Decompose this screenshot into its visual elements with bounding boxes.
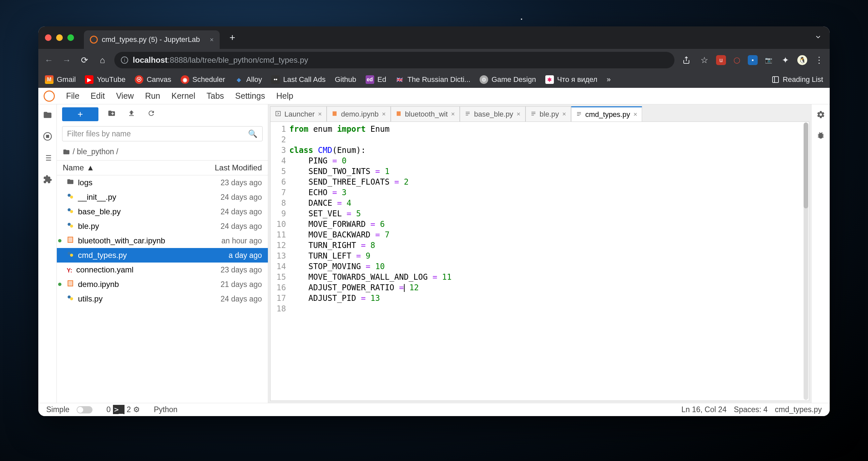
- back-button[interactable]: ←: [43, 54, 55, 66]
- upload-icon[interactable]: [125, 109, 138, 119]
- file-row[interactable]: logs23 days ago: [57, 175, 268, 190]
- close-tab-icon[interactable]: ×: [210, 36, 214, 43]
- refresh-icon[interactable]: [145, 109, 158, 119]
- menu-settings[interactable]: Settings: [235, 91, 265, 101]
- ublock-icon[interactable]: u: [716, 55, 726, 65]
- new-tab-button[interactable]: +: [225, 29, 240, 46]
- close-tab-icon[interactable]: ×: [517, 110, 521, 118]
- reading-list-button[interactable]: Reading List: [772, 75, 823, 84]
- bookmark-lastcall[interactable]: ••Last Call Ads: [271, 75, 326, 84]
- terminal-count[interactable]: 0 >_ 2 ⚙: [106, 405, 140, 414]
- menu-help[interactable]: Help: [276, 91, 293, 101]
- file-row[interactable]: bluetooth_with_car.ipynban hour ago: [57, 234, 268, 248]
- code-editor[interactable]: 123456789101112131415161718 from enum im…: [270, 122, 809, 401]
- col-modified[interactable]: Last Modified: [215, 163, 262, 173]
- bookmark-chto[interactable]: ✱Что я видел: [545, 75, 597, 84]
- simple-mode-label: Simple: [46, 405, 69, 414]
- editor-tab[interactable]: bluetooth_wit×: [391, 106, 460, 122]
- bookmark-gamedesign[interactable]: ⚙Game Design: [479, 75, 536, 84]
- running-terminals-icon[interactable]: [43, 132, 52, 143]
- file-row[interactable]: cmd_types.pya day ago: [57, 248, 268, 263]
- file-name: base_ble.py: [78, 207, 121, 216]
- forward-button[interactable]: →: [61, 54, 73, 66]
- debugger-icon[interactable]: [816, 131, 825, 142]
- bookmark-ed[interactable]: edEd: [366, 75, 386, 84]
- file-row[interactable]: utils.py24 days ago: [57, 291, 268, 306]
- bookmark-scheduler[interactable]: ◉Scheduler: [181, 75, 225, 84]
- kernel-status[interactable]: Python: [154, 405, 178, 414]
- maximize-window-button[interactable]: [67, 34, 74, 41]
- share-icon[interactable]: [680, 54, 692, 66]
- menu-edit[interactable]: Edit: [91, 91, 105, 101]
- browser-menu-icon[interactable]: ⋮: [813, 54, 825, 66]
- file-row[interactable]: demo.ipynb21 days ago: [57, 277, 268, 291]
- bookmark-alloy[interactable]: ◆Alloy: [235, 75, 262, 84]
- extension-icon-2[interactable]: ▪: [748, 55, 758, 65]
- file-row[interactable]: Y:connection.yaml23 days ago: [57, 263, 268, 277]
- filter-files-input[interactable]: Filter files by name 🔍: [62, 126, 262, 141]
- file-modified: 21 days ago: [221, 280, 262, 289]
- camera-icon[interactable]: 📷: [764, 55, 774, 65]
- site-info-icon[interactable]: i: [121, 57, 128, 64]
- extension-icon[interactable]: ◯: [732, 55, 742, 65]
- extensions-icon[interactable]: ✦: [779, 54, 792, 66]
- scrollbar-thumb[interactable]: [804, 123, 808, 208]
- new-launcher-button[interactable]: +: [62, 107, 98, 121]
- file-list: logs23 days ago__init__.py24 days agobas…: [57, 175, 268, 306]
- editor-tab[interactable]: base_ble.py×: [460, 106, 525, 122]
- bookmark-gmail[interactable]: MGmail: [45, 75, 75, 84]
- url-host: localhost: [133, 56, 167, 64]
- jupyter-logo-icon[interactable]: [43, 91, 55, 102]
- breadcrumb[interactable]: / ble_python /: [57, 143, 268, 160]
- editor-tab[interactable]: Launcher×: [270, 106, 327, 122]
- svg-point-12: [70, 195, 73, 198]
- menu-run[interactable]: Run: [145, 91, 160, 101]
- menu-tabs[interactable]: Tabs: [207, 91, 224, 101]
- file-browser-icon[interactable]: [43, 110, 52, 122]
- indentation-status[interactable]: Spaces: 4: [734, 405, 768, 414]
- file-row[interactable]: base_ble.py24 days ago: [57, 205, 268, 219]
- menu-kernel[interactable]: Kernel: [172, 91, 195, 101]
- editor-tab[interactable]: demo.ipynb×: [327, 106, 391, 122]
- editor-tab[interactable]: ble.py×: [526, 106, 571, 122]
- bookmark-canvas[interactable]: ⦿Canvas: [135, 75, 172, 84]
- close-tab-icon[interactable]: ×: [633, 111, 638, 118]
- new-folder-icon[interactable]: [105, 109, 118, 119]
- address-bar[interactable]: i localhost:8888/lab/tree/ble_python/cmd…: [114, 52, 675, 68]
- cursor-position[interactable]: Ln 16, Col 24: [681, 405, 726, 414]
- file-row[interactable]: __init__.py24 days ago: [57, 190, 268, 205]
- profile-avatar-icon[interactable]: 🐧: [797, 55, 807, 65]
- file-name: connection.yaml: [76, 265, 133, 274]
- file-row[interactable]: ble.py24 days ago: [57, 219, 268, 234]
- tab-overflow-icon[interactable]: [814, 33, 822, 42]
- bookmark-overflow[interactable]: »: [607, 75, 611, 84]
- browser-tab-strip: cmd_types.py (5) - JupyterLab × +: [38, 26, 830, 49]
- bookmark-russian[interactable]: 🇬🇧The Russian Dicti...: [395, 75, 470, 84]
- minimize-window-button[interactable]: [56, 34, 63, 41]
- scrollbar[interactable]: [804, 123, 808, 400]
- simple-mode-toggle[interactable]: [76, 406, 92, 413]
- bookmark-star-icon[interactable]: ☆: [698, 54, 710, 66]
- bookmark-github[interactable]: Github: [335, 75, 356, 84]
- menu-bar: File Edit View Run Kernel Tabs Settings …: [38, 88, 830, 104]
- bookmark-youtube[interactable]: ▶YouTube: [85, 75, 125, 84]
- editor-tab[interactable]: cmd_types.py×: [571, 106, 642, 122]
- close-tab-icon[interactable]: ×: [382, 110, 386, 118]
- toc-icon[interactable]: [43, 153, 52, 165]
- extensions-icon[interactable]: [43, 175, 52, 186]
- close-window-button[interactable]: [45, 34, 52, 41]
- property-inspector-icon[interactable]: [816, 110, 825, 121]
- reload-button[interactable]: ⟳: [79, 54, 91, 66]
- close-tab-icon[interactable]: ×: [318, 110, 322, 118]
- status-bar: Simple 0 >_ 2 ⚙ Python Ln 16, Col 24 Spa…: [38, 403, 830, 416]
- menu-view[interactable]: View: [116, 91, 134, 101]
- file-name: cmd_types.py: [78, 251, 127, 260]
- home-button[interactable]: ⌂: [96, 54, 108, 66]
- close-tab-icon[interactable]: ×: [451, 110, 455, 118]
- browser-tab-active[interactable]: cmd_types.py (5) - JupyterLab ×: [84, 30, 220, 49]
- menu-file[interactable]: File: [66, 91, 79, 101]
- bookmark-bar: MGmail ▶YouTube ⦿Canvas ◉Scheduler ◆Allo…: [38, 71, 830, 88]
- close-tab-icon[interactable]: ×: [562, 110, 566, 118]
- col-name[interactable]: Name: [63, 163, 84, 173]
- file-modified: 24 days ago: [221, 193, 262, 202]
